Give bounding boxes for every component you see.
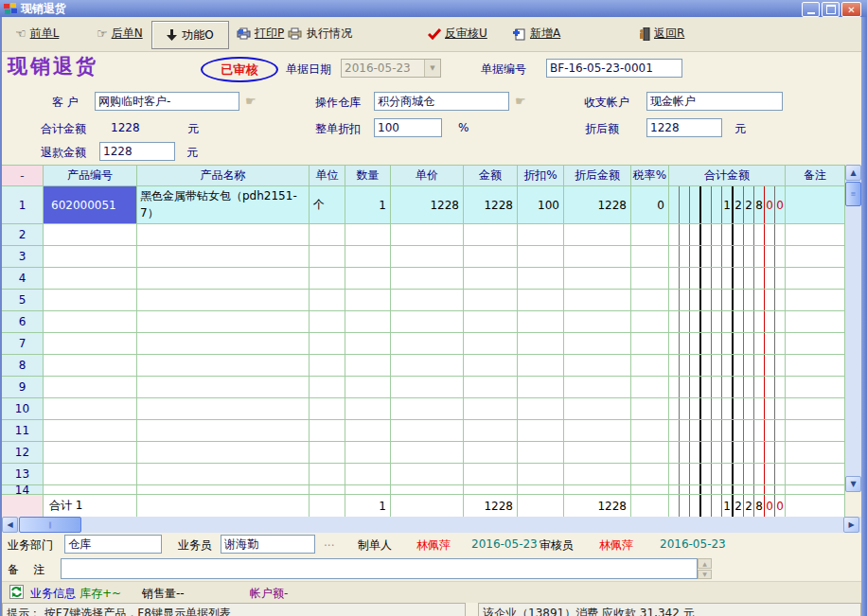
horizontal-scrollbar[interactable]: ◀ ∥ ▶	[2, 517, 861, 533]
maximize-button[interactable]	[822, 2, 840, 17]
cell-price[interactable]	[391, 290, 464, 311]
minimize-button[interactable]	[802, 2, 820, 17]
cell-price[interactable]	[391, 355, 464, 377]
salesman-input[interactable]	[221, 535, 315, 554]
cell-note[interactable]	[786, 377, 845, 398]
cell-note[interactable]	[786, 333, 845, 355]
cell-ledger-total[interactable]	[669, 268, 786, 290]
cell-price[interactable]	[391, 377, 464, 398]
row-number[interactable]: 4	[2, 268, 44, 290]
cell-product-code[interactable]	[44, 333, 137, 355]
business-info-button[interactable]: 业务信息	[30, 586, 76, 602]
dept-input[interactable]	[64, 535, 162, 554]
cell-after-discount[interactable]	[564, 377, 631, 398]
cell-after-discount[interactable]	[564, 355, 631, 377]
cell-tax-rate[interactable]	[631, 420, 669, 442]
cell-note[interactable]	[786, 464, 845, 485]
cell-ledger-total[interactable]	[669, 290, 786, 311]
cell-product-code[interactable]	[44, 268, 137, 290]
cell-note[interactable]	[786, 311, 845, 333]
cell-ledger-total[interactable]	[669, 246, 786, 268]
customer-input[interactable]	[95, 92, 239, 111]
cell-amount[interactable]	[464, 442, 518, 464]
cell-quantity[interactable]	[345, 333, 391, 355]
cell-discount[interactable]	[518, 333, 564, 355]
cell-product-name[interactable]	[137, 377, 310, 398]
cell-empty[interactable]	[518, 485, 564, 495]
cell-product-code[interactable]	[44, 377, 137, 398]
cell-quantity[interactable]	[345, 355, 391, 377]
cell-product-name[interactable]	[137, 442, 310, 464]
cell-amount[interactable]	[464, 398, 518, 420]
cell-product-name[interactable]	[137, 311, 310, 333]
cell-unit[interactable]	[310, 246, 345, 268]
close-button[interactable]: ✕	[841, 2, 861, 17]
account-input[interactable]	[646, 92, 783, 111]
cell-product-code[interactable]	[44, 442, 137, 464]
cell-after-discount[interactable]	[564, 420, 631, 442]
cell-after-discount[interactable]	[564, 311, 631, 333]
cell-discount[interactable]	[518, 442, 564, 464]
cell-price[interactable]	[391, 333, 464, 355]
cell-unit[interactable]	[310, 464, 345, 485]
cell-quantity[interactable]	[345, 246, 391, 268]
cell-after-discount[interactable]	[564, 398, 631, 420]
cell-tax-rate[interactable]	[631, 290, 669, 311]
cell-discount[interactable]	[518, 290, 564, 311]
cell-after-discount[interactable]	[564, 464, 631, 485]
cell-price[interactable]	[391, 311, 464, 333]
cell-ledger-total[interactable]	[669, 398, 786, 420]
cell-product-code[interactable]	[44, 224, 137, 246]
row-number[interactable]: 5	[2, 290, 44, 311]
cell-ledger-total[interactable]	[669, 311, 786, 333]
note-input[interactable]	[61, 558, 698, 579]
cell-ledger-total[interactable]	[669, 355, 786, 377]
cell-product-name[interactable]: 黑色金属带钻女包（pdh2151-7）	[137, 186, 310, 224]
cell-price[interactable]	[391, 398, 464, 420]
cell-tax-rate[interactable]	[631, 398, 669, 420]
row-number[interactable]: 13	[2, 464, 44, 485]
cell-unit[interactable]	[310, 442, 345, 464]
cell-tax-rate[interactable]	[631, 333, 669, 355]
cell-quantity[interactable]	[345, 442, 391, 464]
cell-product-code[interactable]	[44, 464, 137, 485]
cell-product-name[interactable]	[137, 398, 310, 420]
cell-ledger-total[interactable]	[669, 224, 786, 246]
cell-empty[interactable]	[631, 485, 669, 495]
cell-quantity[interactable]: 1	[345, 186, 391, 224]
cell-unit[interactable]	[310, 224, 345, 246]
cell-after-discount[interactable]	[564, 333, 631, 355]
cell-tax-rate[interactable]	[631, 311, 669, 333]
cell-unit[interactable]	[310, 333, 345, 355]
spinner-down-icon[interactable]: ▼	[698, 570, 712, 580]
row-number[interactable]: 11	[2, 420, 44, 442]
cell-note[interactable]	[786, 485, 845, 495]
cell-note[interactable]	[786, 224, 845, 246]
cell-empty[interactable]	[464, 485, 518, 495]
cell-note[interactable]	[786, 420, 845, 442]
cell-note[interactable]	[786, 290, 845, 311]
cell-product-name[interactable]	[137, 246, 310, 268]
cell-discount[interactable]	[518, 464, 564, 485]
cell-product-code[interactable]	[44, 290, 137, 311]
cell-unit[interactable]	[310, 311, 345, 333]
cell-discount[interactable]	[518, 398, 564, 420]
cell-quantity[interactable]	[345, 420, 391, 442]
cell-amount[interactable]	[464, 290, 518, 311]
cell-price[interactable]	[391, 268, 464, 290]
cell-ledger-total[interactable]	[669, 377, 786, 398]
row-number[interactable]: 1	[2, 186, 44, 224]
cell-tax-rate[interactable]	[631, 464, 669, 485]
cell-empty[interactable]	[564, 485, 631, 495]
cell-discount[interactable]	[518, 355, 564, 377]
cell-unit[interactable]	[310, 398, 345, 420]
cell-note[interactable]	[786, 268, 845, 290]
doc-date-dropdown-icon[interactable]: ▼	[424, 60, 440, 77]
cell-amount[interactable]	[464, 420, 518, 442]
cell-empty[interactable]	[137, 485, 310, 495]
cell-note[interactable]	[786, 246, 845, 268]
next-doc-button[interactable]: ☞ 后单N	[97, 26, 143, 42]
cell-price[interactable]	[391, 224, 464, 246]
cell-price[interactable]: 1228	[391, 186, 464, 224]
cell-quantity[interactable]	[345, 224, 391, 246]
